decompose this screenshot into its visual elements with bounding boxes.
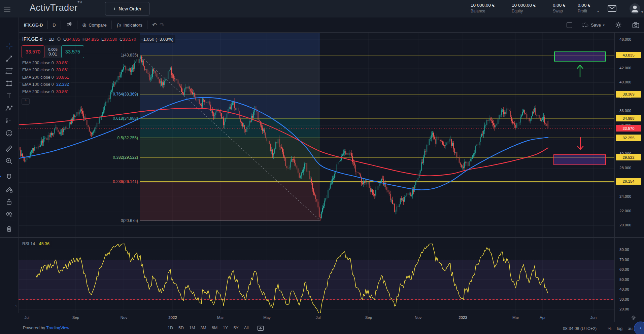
candle-body <box>237 108 237 110</box>
range-button-3m[interactable]: 3M <box>200 326 206 330</box>
candle-body <box>410 192 411 196</box>
rsi-tick: 60.00 <box>619 267 629 271</box>
candle-body <box>493 123 494 125</box>
range-button-1y[interactable]: 1Y <box>223 326 228 330</box>
candle-body <box>397 207 397 212</box>
candle-body <box>70 122 71 124</box>
candle-body <box>486 120 487 125</box>
candle-body <box>55 128 55 134</box>
price-scale[interactable]: 46.00042.00040.00038.00036.00034.00032.0… <box>614 33 644 313</box>
quote-panel: 33.570 0.005 0.01 33.575 <box>22 45 84 58</box>
clock[interactable]: 08:34:08 (UTC+2) <box>563 326 597 331</box>
candle-body <box>223 118 224 125</box>
candle-body <box>533 112 534 113</box>
candle-body <box>58 129 58 132</box>
candle-body <box>375 190 376 196</box>
candle-body <box>84 118 85 118</box>
candle-body <box>373 193 374 194</box>
go-to-date-icon[interactable] <box>257 325 264 331</box>
ohlc-key: O <box>63 37 67 42</box>
candle-body <box>88 125 89 127</box>
log-scale-button[interactable]: log <box>617 326 622 331</box>
candle-body <box>292 159 293 160</box>
candle-body <box>496 125 496 127</box>
candle-body <box>460 163 461 165</box>
candle-body <box>509 110 509 111</box>
candle-body <box>333 178 334 179</box>
candle-body <box>415 182 416 185</box>
ohlc-number: 33.570 <box>123 37 136 42</box>
pane-collapse-icon[interactable]: ‹ <box>15 303 17 308</box>
candle-body <box>61 132 62 133</box>
candle-body <box>364 181 365 183</box>
candle-body <box>298 169 298 173</box>
time-tick: Jun <box>590 316 597 320</box>
indicator-label: EMA 200 close 0 <box>22 68 54 72</box>
range-button-6m[interactable]: 6M <box>212 326 217 330</box>
indicator-row[interactable]: EMA 100 close 032.332 <box>22 82 71 87</box>
bid-button[interactable]: 33.570 <box>22 45 44 58</box>
auto-scale-button[interactable]: au <box>628 326 633 331</box>
watchlist-expand-icon[interactable]: › <box>0 173 1 180</box>
ask-button[interactable]: 33.575 <box>61 45 84 58</box>
indicator-row[interactable]: EMA 200 close 030.861 <box>22 60 71 66</box>
candle-body <box>468 162 468 166</box>
candle-body <box>426 151 426 152</box>
candle-body <box>416 180 417 182</box>
candle-body <box>377 190 377 190</box>
candle-body <box>78 112 78 114</box>
candle-body <box>441 141 442 141</box>
range-button-1m[interactable]: 1M <box>189 326 195 330</box>
legend-collapse-button[interactable]: ^ <box>22 98 30 105</box>
candle-body <box>288 168 289 169</box>
range-button-1d[interactable]: 1D <box>168 326 173 330</box>
candle-body <box>484 125 485 131</box>
candle-body <box>454 149 455 153</box>
candle-body <box>232 103 233 105</box>
tradingview-link[interactable]: TradingView <box>46 326 69 330</box>
candle-body <box>381 179 382 182</box>
candle-body <box>307 163 307 172</box>
candle-body <box>337 164 337 171</box>
indicator-label: EMA 200 close 0 <box>22 89 54 94</box>
candle-body <box>304 163 305 169</box>
candle-body <box>301 173 302 176</box>
price-tick: 36.000 <box>619 109 631 113</box>
time-axis[interactable]: JulSepNov2022MarMayJulSepNov2023MarAprJu… <box>19 313 614 322</box>
candle-body <box>73 115 74 120</box>
time-tick: Jul <box>316 316 321 320</box>
indicator-row[interactable]: EMA 200 close 030.861 <box>22 67 71 73</box>
price-badge-38.369: 38.369 <box>616 91 641 98</box>
candle-body <box>492 121 493 123</box>
separator: · <box>45 37 46 42</box>
indicator-row[interactable]: EMA 200 close 030.861 <box>22 75 71 80</box>
bottom-right-controls: 08:34:08 (UTC+2) % log au <box>563 326 633 331</box>
candle-body <box>193 93 194 94</box>
range-button-5d[interactable]: 5D <box>178 326 184 330</box>
candle-body <box>261 125 262 127</box>
candle-body <box>177 79 177 81</box>
candle-body <box>409 192 409 195</box>
scales-settings-icon[interactable] <box>631 315 636 321</box>
percent-scale-button[interactable]: % <box>608 326 611 331</box>
indicator-row[interactable]: EMA 200 close 030.861 <box>22 89 71 95</box>
candle-body <box>294 159 295 163</box>
collapse-panel-fab[interactable]: ‹ <box>634 322 644 334</box>
candle-body <box>26 160 26 161</box>
visibility-toggle-icon[interactable]: ⊖ <box>57 36 61 42</box>
candle-body <box>475 146 476 153</box>
price-tick: 28.000 <box>619 166 631 170</box>
range-button-5y[interactable]: 5Y <box>233 326 238 330</box>
candle-body <box>222 118 223 118</box>
range-button-all[interactable]: All <box>244 326 249 330</box>
candle-body <box>90 132 91 133</box>
candle-body <box>184 89 185 95</box>
candle-body <box>527 114 527 118</box>
candle-body <box>350 153 350 153</box>
candle-body <box>455 152 456 153</box>
candle-body <box>541 120 542 121</box>
candle-body <box>331 183 332 184</box>
legend-symbol[interactable]: IFX.GE-d <box>22 36 42 42</box>
candle-body <box>268 141 268 141</box>
candle-body <box>246 127 247 132</box>
